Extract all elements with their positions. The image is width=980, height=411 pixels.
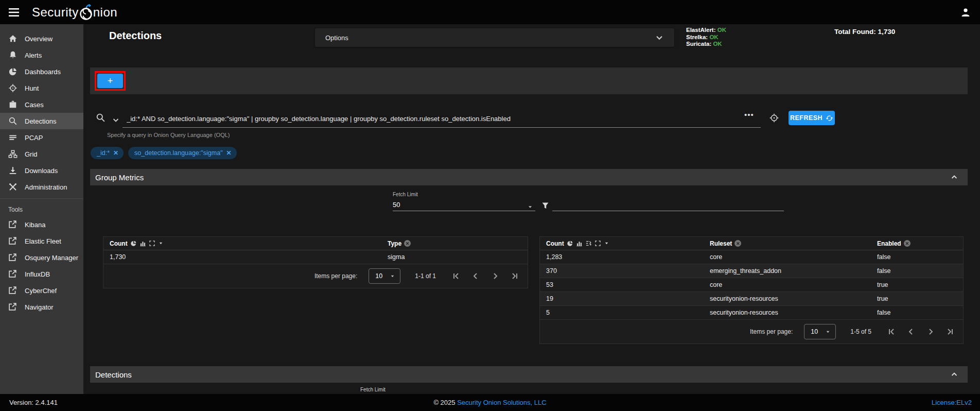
group-by-ruleset-table: Count Ruleset ✕ Enabled ✕ 1,283 core fal…	[539, 236, 964, 344]
sidebar-item-kibana[interactable]: Kibana	[0, 216, 83, 233]
first-page-icon[interactable]	[452, 272, 460, 280]
detections-toolbar: +	[90, 67, 968, 94]
maximize-icon[interactable]	[594, 240, 601, 247]
filter-chip[interactable]: _id:* ✕	[91, 147, 124, 159]
enabled-cell: false	[877, 309, 890, 316]
status-value: OK	[709, 34, 718, 40]
items-per-page-select[interactable]: 10	[369, 268, 400, 284]
sidebar-item-downloads[interactable]: Downloads	[0, 162, 83, 179]
sidebar-item-pcap[interactable]: PCAP	[0, 129, 83, 146]
remove-group-icon[interactable]: ✕	[404, 240, 411, 247]
sidebar-item-label: Alerts	[25, 52, 42, 59]
bar-chart-icon[interactable]	[139, 240, 146, 247]
pie-chart-icon[interactable]	[130, 240, 137, 247]
count-column-header: Count	[110, 240, 164, 247]
brand-text-post: nion	[93, 5, 117, 20]
maximize-icon[interactable]	[149, 240, 155, 247]
chevron-up-icon	[950, 370, 958, 379]
hamburger-menu-icon[interactable]	[7, 6, 21, 19]
table-row[interactable]: 19 securityonion-resources true	[540, 292, 963, 306]
search-icon[interactable]	[96, 113, 106, 123]
page-title: Detections	[109, 30, 162, 42]
ruleset-cell: securityonion-resources	[710, 295, 778, 302]
status-label: ElastAlert:	[686, 27, 716, 33]
last-page-icon[interactable]	[511, 272, 518, 280]
sidebar-item-grid[interactable]: Grid	[0, 146, 83, 162]
download-icon	[8, 166, 18, 175]
briefcase-icon	[8, 100, 18, 109]
table-row[interactable]: 53 core true	[540, 278, 963, 292]
add-detection-button[interactable]: +	[97, 74, 123, 88]
remove-group-icon[interactable]: ✕	[904, 240, 911, 247]
table-row[interactable]: 1,283 core false	[540, 250, 963, 264]
items-per-page-select[interactable]: 10	[804, 324, 836, 339]
caret-down-icon	[825, 329, 831, 335]
fetch-limit-select[interactable]: 50	[393, 201, 400, 209]
pagination-range: 1-5 of 5	[850, 328, 871, 335]
group-filter-input[interactable]	[552, 211, 784, 211]
last-page-icon[interactable]	[947, 328, 954, 335]
table-pagination-footer: Items per page: 10 1-1 of 1	[103, 264, 528, 288]
previous-page-icon[interactable]	[907, 328, 915, 335]
caret-down-icon[interactable]	[527, 204, 533, 210]
sidebar-item-label: Downloads	[25, 167, 58, 175]
query-more-options-icon[interactable]: •••	[744, 110, 754, 119]
remove-filter-icon[interactable]: ✕	[113, 149, 118, 157]
hunt-target-icon[interactable]	[768, 112, 780, 124]
ruleset-cell: securityonion-resources	[710, 309, 778, 316]
remove-group-icon[interactable]: ✕	[734, 240, 741, 247]
bar-chart-icon[interactable]	[576, 240, 583, 247]
group-metrics-section-header[interactable]: Group Metrics	[90, 169, 968, 185]
security-onion-logo: Security nion	[32, 4, 117, 21]
copyright-link[interactable]: Security Onion Solutions, LLC	[457, 399, 546, 406]
sidebar-item-cyberchef[interactable]: CyberChef	[0, 282, 83, 299]
refresh-button[interactable]: REFRESH	[789, 111, 835, 125]
sidebar-item-dashboards[interactable]: Dashboards	[0, 63, 83, 80]
external-link-icon	[8, 269, 18, 279]
drilldown-icon[interactable]	[585, 240, 592, 247]
detections-section-header[interactable]: Detections	[90, 366, 968, 383]
sidebar-item-hunt[interactable]: Hunt	[0, 80, 83, 96]
sidebar-item-label: Overview	[25, 35, 52, 43]
copyright-text: © 2025 Security Onion Solutions, LLC	[0, 399, 980, 406]
type-column-header: Type ✕	[388, 240, 411, 247]
filter-chip[interactable]: so_detection.language:"sigma" ✕	[128, 147, 237, 159]
next-page-icon[interactable]	[927, 328, 934, 335]
caret-down-icon	[390, 273, 395, 279]
caret-down-icon[interactable]	[158, 241, 164, 246]
sidebar-item-osquery-manager[interactable]: Osquery Manager	[0, 249, 83, 266]
sidebar-item-overview[interactable]: Overview	[0, 30, 83, 47]
pie-chart-icon[interactable]	[567, 240, 573, 247]
sidebar-item-elastic-fleet[interactable]: Elastic Fleet	[0, 233, 83, 249]
query-history-chevron-icon[interactable]	[112, 116, 120, 124]
enabled-cell: false	[877, 253, 890, 261]
user-account-icon[interactable]	[960, 7, 971, 18]
count-cell: 1,283	[546, 253, 562, 261]
sidebar-item-detections[interactable]: Detections	[0, 113, 83, 129]
sidebar-item-label: Elastic Fleet	[25, 237, 61, 245]
home-icon	[8, 34, 18, 43]
external-link-icon	[8, 286, 18, 295]
type-cell: sigma	[388, 253, 405, 261]
table-row[interactable]: 5 securityonion-resources false	[540, 306, 963, 320]
query-input[interactable]: _id:* AND so_detection.language:"sigma" …	[127, 115, 739, 123]
next-page-icon[interactable]	[492, 272, 499, 280]
brand-text-pre: Security	[32, 5, 79, 20]
caret-down-icon[interactable]	[604, 241, 609, 246]
first-page-icon[interactable]	[888, 328, 895, 335]
options-expansion-panel[interactable]: Options	[315, 28, 674, 47]
sidebar-item-cases[interactable]: Cases	[0, 96, 83, 113]
sidebar-item-alerts[interactable]: Alerts	[0, 47, 83, 63]
table-row[interactable]: 370 emerging_threats_addon false	[540, 264, 963, 278]
sidebar-item-administration[interactable]: Administration	[0, 179, 83, 195]
sidebar-nav: Overview Alerts Dashboards Hunt Cases De…	[0, 24, 83, 394]
pagination-range: 1-1 of 1	[415, 272, 436, 280]
ruleset-cell: core	[710, 253, 722, 261]
enabled-cell: true	[877, 295, 888, 302]
table-row[interactable]: 1,730 sigma	[103, 250, 528, 264]
remove-filter-icon[interactable]: ✕	[226, 149, 232, 157]
previous-page-icon[interactable]	[472, 272, 479, 280]
filter-funnel-icon[interactable]	[541, 201, 550, 210]
sidebar-item-influxdb[interactable]: InfluxDB	[0, 266, 83, 282]
sidebar-item-navigator[interactable]: Navigator	[0, 299, 83, 315]
